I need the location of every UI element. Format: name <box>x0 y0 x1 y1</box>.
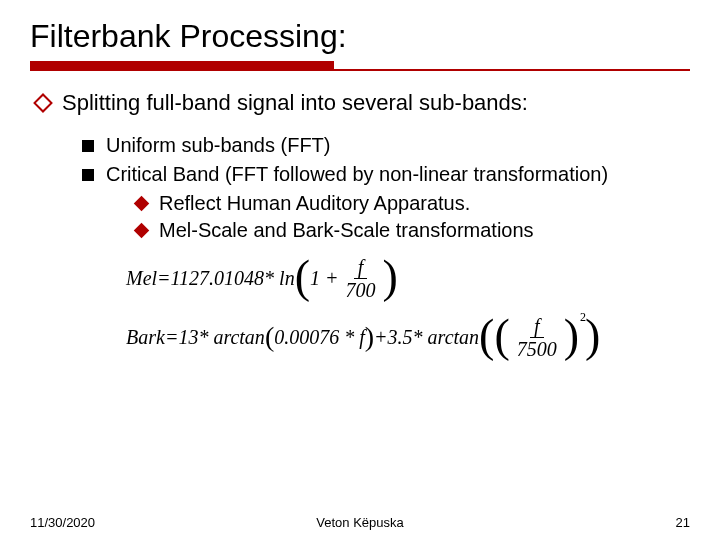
bullet-l2a: Uniform sub-bands (FFT) <box>82 132 690 159</box>
paren-open-icon: ( <box>265 326 274 348</box>
title-underline <box>30 61 690 71</box>
bark-fraction: f 7500 <box>513 315 561 360</box>
bark-frac-num: f <box>530 315 544 338</box>
bark-t2-op: * arctan <box>413 327 479 347</box>
bark-plus: + <box>374 327 388 347</box>
slide-footer: 11/30/2020 Veton Këpuska 21 <box>0 515 720 530</box>
mel-op: * ln <box>264 268 295 288</box>
diamond-bullet-icon <box>33 93 53 113</box>
paren-close-icon: ) <box>564 318 579 355</box>
bark-t2-coef: 3.5 <box>388 327 413 347</box>
bullet-l3a: Reflect Human Auditory Apparatus. <box>136 190 690 217</box>
mel-lhs: Mel <box>126 268 157 288</box>
bullet-l2b: Critical Band (FFT followed by non-linea… <box>82 161 690 188</box>
mel-prefix: 1 + <box>310 268 339 288</box>
diamond-bullet-icon <box>134 222 150 238</box>
bullet-l2a-text: Uniform sub-bands (FFT) <box>106 132 331 159</box>
formulas: Mel = 1127.01048 * ln ( 1 + f 700 ) Bark… <box>126 256 690 360</box>
bark-eq: = <box>165 327 179 347</box>
bullet-l3a-text: Reflect Human Auditory Apparatus. <box>159 190 470 217</box>
bark-t1-op: * arctan <box>198 327 264 347</box>
formula-bark: Bark = 13 * arctan ( 0.00076 * f ) + 3.5… <box>126 315 690 360</box>
footer-date: 11/30/2020 <box>30 515 95 530</box>
footer-page: 21 <box>676 515 690 530</box>
bullet-l1: Splitting full-band signal into several … <box>36 89 690 118</box>
bark-frac-den: 7500 <box>513 338 561 360</box>
mel-coef: 1127.01048 <box>171 268 265 288</box>
square-bullet-icon <box>82 169 94 181</box>
mel-fraction: f 700 <box>342 256 380 301</box>
square-bullet-icon <box>82 140 94 152</box>
slide-title: Filterbank Processing: <box>30 18 690 55</box>
paren-close-icon: ) <box>585 318 600 355</box>
footer-author: Veton Këpuska <box>316 515 403 530</box>
bark-lhs: Bark <box>126 327 165 347</box>
mel-eq: = <box>157 268 171 288</box>
bullet-l2b-text: Critical Band (FFT followed by non-linea… <box>106 161 608 188</box>
bullet-l3b: Mel-Scale and Bark-Scale transformations <box>136 217 690 244</box>
paren-close-icon: ) <box>365 326 374 348</box>
bullet-l3b-text: Mel-Scale and Bark-Scale transformations <box>159 217 534 244</box>
mel-frac-den: 700 <box>342 279 380 301</box>
paren-open-icon: ( <box>479 318 494 355</box>
mel-frac-num: f <box>354 256 368 279</box>
paren-open-icon: ( <box>494 318 509 355</box>
bark-t1-coef: 13 <box>178 327 198 347</box>
paren-close-icon: ) <box>383 259 398 296</box>
paren-open-icon: ( <box>295 259 310 296</box>
formula-mel: Mel = 1127.01048 * ln ( 1 + f 700 ) <box>126 256 690 301</box>
bullet-l1-text: Splitting full-band signal into several … <box>62 89 528 118</box>
bark-t1-inner: 0.00076 * f <box>274 327 365 347</box>
diamond-bullet-icon <box>134 195 150 211</box>
